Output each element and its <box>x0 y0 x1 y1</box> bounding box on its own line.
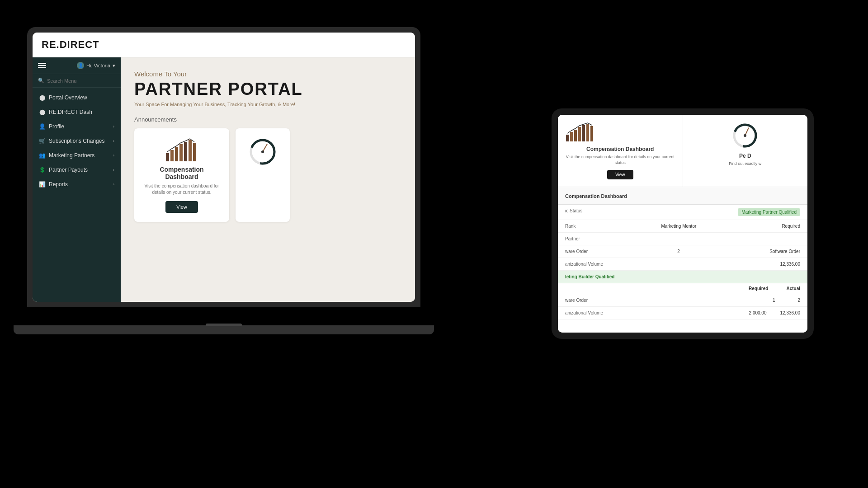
svg-line-9 <box>263 144 267 152</box>
laptop-base <box>14 325 434 334</box>
tablet-bar-svg <box>565 122 594 142</box>
chevron-right-icon-5: › <box>113 182 114 187</box>
svg-rect-13 <box>574 130 577 141</box>
sidebar-item-subscriptions[interactable]: 🛒 Subscriptions Changes › <box>33 134 121 148</box>
tablet-screen: Compensation Dashboard Visit the compens… <box>558 115 807 333</box>
gauge-svg <box>248 137 278 167</box>
svg-rect-6 <box>193 143 196 161</box>
circle-icon-2: ⬤ <box>39 109 45 115</box>
chevron-right-icon-4: › <box>113 168 114 172</box>
tablet-cards-row: Compensation Dashboard Visit the compens… <box>558 115 807 187</box>
user-icon: 👤 <box>77 62 84 69</box>
tablet-card-desc: Visit the compensation dashboard for det… <box>565 154 675 165</box>
laptop-body: RE.DIRECT 👤 Hi, Victoria ▾ <box>27 27 420 307</box>
svg-rect-11 <box>566 135 569 141</box>
user-name: Hi, Victoria <box>86 63 110 68</box>
laptop: RE.DIRECT 👤 Hi, Victoria ▾ <box>27 27 420 334</box>
sidebar: 👤 Hi, Victoria ▾ 🔍 <box>33 57 121 302</box>
tablet: Compensation Dashboard Visit the compens… <box>552 108 814 339</box>
tablet-software-order-row: ware Order 2 Software Order <box>558 245 807 258</box>
gauge-card <box>236 128 290 222</box>
search-icon: 🔍 <box>38 78 44 84</box>
card-description: Visit the compensation dashboard for det… <box>143 183 220 196</box>
required-header: Required <box>749 286 768 291</box>
sidebar-item-partner-payouts[interactable]: 💲 Partner Payouts › <box>33 163 121 177</box>
view-button[interactable]: View <box>165 201 198 213</box>
partner-label: Partner <box>565 236 580 241</box>
status-badge: Marketing Partner Qualified <box>738 208 800 216</box>
software-label: ware Order <box>565 249 588 254</box>
tablet-pe-title: Pe D <box>690 153 801 159</box>
tablet-pe-desc: Find out exactly w <box>690 161 801 167</box>
org-label: anizational Volume <box>565 262 603 267</box>
search-input[interactable] <box>47 78 115 84</box>
sidebar-item-portal-overview[interactable]: ⬤ Portal Overview <box>33 90 121 105</box>
actual-header: Actual <box>786 286 800 291</box>
rank-label: Rank <box>565 224 576 229</box>
svg-rect-12 <box>570 132 573 141</box>
bar-chart-wrap <box>165 137 199 162</box>
tablet-gauge-svg <box>731 122 759 149</box>
org-value: 12,336.00 <box>780 262 801 267</box>
svg-point-21 <box>744 134 746 137</box>
tablet-status-row: ic Status Marketing Partner Qualified <box>558 205 807 220</box>
final-org-required: 2,000.00 <box>749 310 767 315</box>
cart-icon: 🛒 <box>39 138 45 144</box>
nav-label: Partner Payouts <box>49 167 88 173</box>
final-org-actual: 12,336.00 <box>780 310 801 315</box>
svg-rect-3 <box>179 144 183 161</box>
final-org-label: anizational Volume <box>565 310 603 315</box>
scene: RE.DIRECT 👤 Hi, Victoria ▾ <box>0 0 868 488</box>
tablet-content: Compensation Dashboard ic Status Marketi… <box>558 187 807 333</box>
nav-label: Portal Overview <box>49 94 87 101</box>
tablet-final-software-row: ware Order 1 2 <box>558 294 807 307</box>
nav-label: Marketing Partners <box>49 152 94 159</box>
hamburger-menu[interactable] <box>38 63 46 68</box>
announcements-section: Announcements <box>121 116 415 222</box>
circle-icon: ⬤ <box>39 94 45 101</box>
gauge-chart <box>248 137 278 167</box>
rank-value: Marketing Mentor <box>661 224 696 229</box>
tablet-view-button[interactable]: View <box>607 170 633 179</box>
user-badge[interactable]: 👤 Hi, Victoria ▾ <box>77 62 115 69</box>
chevron-right-icon: › <box>113 124 114 129</box>
svg-rect-5 <box>189 140 192 161</box>
sidebar-item-marketing-partners[interactable]: 👥 Marketing Partners › <box>33 148 121 163</box>
nav-label: Subscriptions Changes <box>49 138 104 144</box>
tablet-green-section: leting Builder Qualified <box>558 271 807 283</box>
svg-point-10 <box>261 150 264 153</box>
tablet-section-title: Compensation Dashboard <box>565 193 627 199</box>
app-body: 👤 Hi, Victoria ▾ 🔍 <box>33 57 415 302</box>
tablet-gauge <box>690 122 801 149</box>
tablet-card-title: Compensation Dashboard <box>565 146 675 152</box>
sidebar-item-profile[interactable]: 👤 Profile › <box>33 119 121 134</box>
svg-rect-17 <box>590 126 593 141</box>
software-value: 2 <box>677 249 680 254</box>
software-right: Software Order <box>769 249 800 254</box>
hero-subtitle: Your Space For Managing Your Business, T… <box>134 102 401 107</box>
chart-icon: 📊 <box>39 181 45 188</box>
tablet-final-org-row: anizational Volume 2,000.00 12,336.00 <box>558 307 807 319</box>
sidebar-item-redirect-dash[interactable]: ⬤ RE.DIRECT Dash <box>33 105 121 119</box>
nav-label: Reports <box>49 181 68 188</box>
nav-label: RE.DIRECT Dash <box>49 109 92 115</box>
tablet-required-actual-header: Required Actual <box>558 283 807 294</box>
person-icon: 👤 <box>39 123 45 130</box>
app-header: RE.DIRECT <box>33 33 415 57</box>
app-logo: RE.DIRECT <box>42 39 99 50</box>
bar-chart-svg <box>165 137 199 162</box>
dollar-icon: 💲 <box>39 167 45 173</box>
svg-rect-1 <box>170 150 174 161</box>
tablet-section-header: Compensation Dashboard <box>558 187 807 205</box>
compensation-dashboard-card: Compensation Dashboard Visit the compens… <box>134 128 229 222</box>
svg-rect-4 <box>184 142 187 161</box>
tablet-bar-chart <box>565 122 675 142</box>
tablet-pe-card: Pe D Find out exactly w <box>683 115 808 187</box>
sidebar-item-reports[interactable]: 📊 Reports › <box>33 177 121 192</box>
dropdown-arrow: ▾ <box>113 63 115 69</box>
sidebar-top-bar: 👤 Hi, Victoria ▾ <box>33 57 121 74</box>
rank-required: Required <box>782 224 800 229</box>
final-software-required: 1 <box>773 298 775 303</box>
svg-rect-16 <box>586 124 589 141</box>
svg-rect-14 <box>578 127 581 141</box>
